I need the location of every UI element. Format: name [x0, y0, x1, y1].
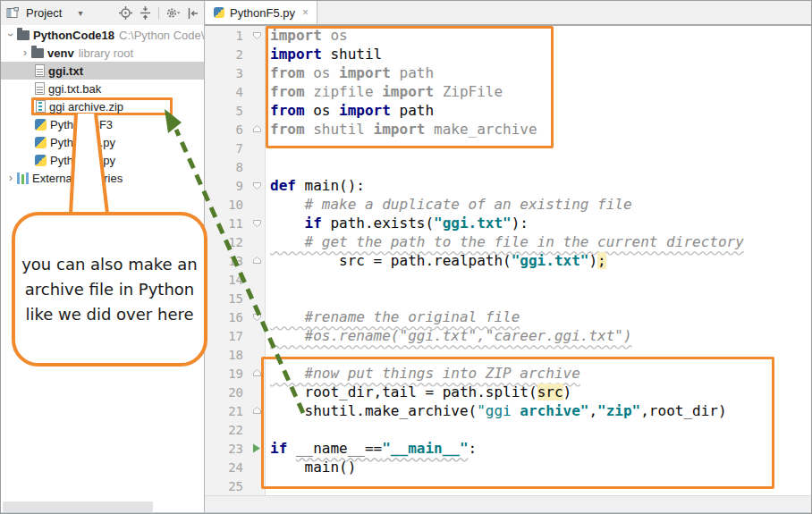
line-number: 13 [205, 254, 249, 268]
gutter-spacer [249, 270, 265, 289]
callout-text-line: you can also make an [21, 252, 198, 277]
callout-bubble: you can also make an archive file in Pyt… [12, 212, 207, 367]
tree-item-label: PythonF5.py [50, 154, 115, 167]
fold-marker-icon[interactable] [249, 214, 265, 232]
code-line-13[interactable]: src = path.realpath("ggi.txt"); [266, 251, 812, 270]
hide-icon[interactable] [184, 5, 200, 21]
tab-pythonf5[interactable]: PythonF5.py × [206, 1, 317, 24]
tree-item-ggi-txt[interactable]: ggi.txt [1, 62, 204, 80]
python-file-icon [35, 137, 47, 148]
project-panel-title: Project [26, 6, 62, 20]
tree-item-label: PythonF4.py [50, 136, 115, 149]
project-hscrollbar[interactable] [3, 501, 153, 512]
code-line-17[interactable]: #os.rename("ggi.txt","career.ggi.txt") [266, 326, 812, 345]
gutter-spacer [249, 232, 265, 251]
tree-item-label: ggi archive.zip [49, 100, 123, 114]
gutter-spacer [249, 63, 265, 82]
line-number: 14 [205, 273, 249, 287]
line-number: 3 [205, 66, 249, 80]
code-line-10[interactable]: # make a duplicate of an existing file [266, 195, 812, 214]
line-number: 11 [205, 216, 249, 231]
tree-item-label: External Libraries [32, 172, 123, 185]
code-line-11[interactable]: if path.exists("ggi.txt"): [266, 214, 812, 232]
project-dropdown-icon[interactable]: ▾ [78, 8, 82, 18]
tree-item-label: PythonCode18 [33, 29, 114, 42]
line-number: 4 [205, 85, 249, 99]
tree-item-label: Python18F3 [50, 118, 113, 131]
folder-icon [17, 30, 30, 40]
chevron-expanded-icon[interactable]: › [4, 29, 17, 41]
code-line-14[interactable] [266, 270, 812, 289]
toolbar-separator [158, 7, 159, 20]
folder-icon [31, 48, 44, 58]
locate-icon[interactable] [117, 5, 133, 21]
settings-icon[interactable] [165, 5, 181, 21]
tree-item-ggi-archive-zip[interactable]: ggi archive.zip [1, 97, 204, 115]
tree-item-label: ggi.txt.bak [48, 82, 101, 96]
fold-marker-icon[interactable] [249, 176, 265, 195]
line-number: 19 [205, 367, 249, 381]
fold-marker-icon[interactable] [249, 308, 265, 326]
line-number: 9 [205, 179, 249, 193]
line-number: 20 [205, 385, 249, 400]
editor-gutter: 1234567891011121314151617181920212223242… [205, 26, 266, 495]
collapse-all-icon[interactable] [137, 5, 153, 21]
code-line-9[interactable]: def main(): [266, 176, 812, 195]
gutter-spacer [249, 82, 265, 101]
tree-item-secondary: library root [79, 46, 133, 60]
code-line-15[interactable] [266, 289, 812, 308]
gutter-spacer [249, 157, 265, 176]
line-number: 23 [205, 442, 249, 456]
line-number: 8 [205, 160, 249, 174]
gutter-spacer [249, 289, 265, 308]
code-line-8[interactable] [266, 157, 812, 176]
tree-item-pythonf5-py[interactable]: PythonF5.py [1, 151, 204, 169]
editor-tab-bar: PythonF5.py × [205, 1, 811, 26]
zip-file-highlight-box: ggi archive.zip [31, 97, 173, 115]
fold-marker-icon[interactable] [249, 26, 265, 45]
tree-item-label: ggi.txt [48, 64, 83, 78]
line-number: 1 [205, 29, 249, 43]
line-number: 16 [205, 310, 249, 324]
callout-text-line: archive file in Python [25, 277, 194, 302]
imports-highlight-box [266, 26, 554, 148]
library-icon [17, 173, 29, 184]
pycharm-window: Project ▾ ›PythonCode18C:\Python Code\Py… [0, 0, 812, 514]
python-file-icon [35, 155, 47, 166]
python-file-icon [214, 7, 224, 18]
chevron-collapsed-icon[interactable]: › [4, 172, 17, 184]
fold-marker-icon[interactable] [249, 120, 265, 139]
project-tool-icon [4, 5, 21, 21]
line-number: 17 [205, 329, 249, 343]
editor-bottom-strip [205, 495, 811, 514]
tree-item-ggi-txt-bak[interactable]: ggi.txt.bak [1, 80, 204, 97]
gutter-spacer [249, 139, 265, 157]
gutter-spacer [249, 45, 265, 63]
line-number: 12 [205, 235, 249, 249]
zip-file-icon [36, 100, 46, 113]
line-number: 5 [205, 104, 249, 118]
tab-close-icon[interactable]: × [302, 6, 309, 19]
gutter-spacer [249, 326, 265, 345]
tree-item-venv[interactable]: ›venvlibrary root [1, 44, 204, 62]
code-line-16[interactable]: #rename the original file [266, 308, 812, 326]
fold-marker-icon[interactable] [249, 251, 265, 270]
line-number: 10 [205, 198, 249, 212]
tree-item-pythoncode18[interactable]: ›PythonCode18C:\Python Code\Py [1, 26, 204, 44]
tab-label: PythonF5.py [230, 6, 295, 20]
tree-item-label: venv [47, 46, 74, 60]
tree-item-python18f3[interactable]: Python18F3 [1, 115, 204, 133]
code-line-12[interactable]: # get the path to the file in the curren… [266, 232, 812, 251]
project-tree: ›PythonCode18C:\Python Code\Py›venvlibra… [1, 26, 204, 187]
text-file-icon [35, 82, 45, 95]
tree-item-secondary: C:\Python Code\Py [119, 29, 204, 42]
chevron-collapsed-icon[interactable]: › [19, 46, 31, 59]
gutter-spacer [249, 101, 265, 120]
line-number: 15 [205, 291, 249, 306]
callout-text-line: like we did over here [25, 302, 193, 327]
tree-item-external-libraries[interactable]: ›External Libraries [1, 169, 204, 187]
tree-item-pythonf4-py[interactable]: PythonF4.py [1, 133, 204, 151]
line-number: 22 [205, 423, 249, 437]
python-file-icon [35, 119, 47, 131]
line-number: 2 [205, 47, 249, 62]
